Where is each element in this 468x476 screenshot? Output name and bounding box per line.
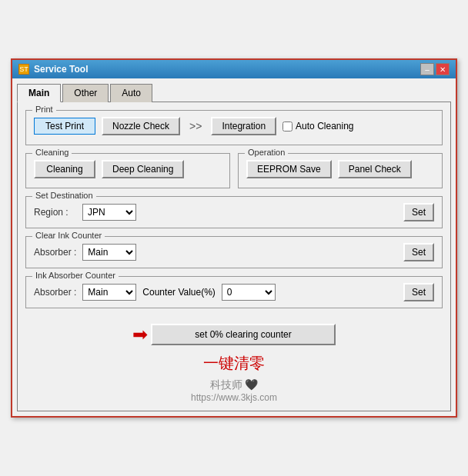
minimize-button[interactable]: – [420,63,434,75]
absorber-label-2: Absorber : [34,287,76,298]
reset-counter-button[interactable]: set 0% clearing counter [151,324,336,345]
set-destination-title: Set Destination [32,191,96,200]
cleaning-operation-row: Cleaning Cleaning Deep Cleaning Operatio… [25,153,443,188]
operation-section-title: Operation [245,148,288,157]
region-label: Region : [34,207,76,218]
red-arrow-icon: ➡ [132,324,148,345]
counter-value-select[interactable]: 0 10 20 [222,284,276,301]
set-destination-section: Set Destination Region : JPN USA EUR Set [25,196,443,228]
auto-cleaning-checkbox[interactable] [282,121,292,131]
print-section-title: Print [32,105,56,114]
window-body: Main Other Auto Print Test Print Nozzle … [12,78,456,416]
cleaning-section-title: Cleaning [32,148,72,157]
ink-absorber-form-row: Absorber : Main Sub Counter Value(%) 0 1… [34,284,276,301]
brand-watermark: 科技师 🖤 [25,378,443,392]
cleaning-buttons-row: Cleaning Deep Cleaning [34,160,222,178]
chinese-label: 一键清零 [25,353,443,374]
arrow-symbol: >> [186,120,205,132]
tab-main[interactable]: Main [17,84,61,102]
auto-cleaning-label: Auto Cleaning [296,121,353,131]
clear-ink-counter-section: Clear Ink Counter Absorber : Main Sub Se… [25,236,443,268]
cleaning-section: Cleaning Cleaning Deep Cleaning [25,153,230,188]
region-select[interactable]: JPN USA EUR [82,204,136,221]
ink-absorber-counter-title: Ink Absorber Counter [32,271,119,280]
print-section: Print Test Print Nozzle Check >> Integra… [25,110,443,145]
url-watermark: https://www.3kjs.com [25,392,443,403]
title-bar-left: ST Service Tool [18,64,88,75]
absorber-select-2[interactable]: Main Sub [82,284,136,301]
absorber-label-1: Absorber : [34,247,76,258]
test-print-button[interactable]: Test Print [34,118,95,135]
tab-bar: Main Other Auto [17,83,451,102]
ink-absorber-set-button[interactable]: Set [403,283,434,301]
ink-absorber-counter-section: Ink Absorber Counter Absorber : Main Sub… [25,276,443,308]
operation-buttons-row: EEPROM Save Panel Check [246,160,434,178]
heart-icon: 🖤 [245,378,258,391]
cleaning-button[interactable]: Cleaning [34,160,95,178]
title-buttons: – ✕ [420,63,450,75]
title-bar: ST Service Tool – ✕ [12,60,456,78]
absorber-select-1[interactable]: Main Sub [82,244,136,261]
auto-cleaning-checkbox-label[interactable]: Auto Cleaning [282,121,353,131]
tab-auto[interactable]: Auto [110,84,152,102]
counter-value-label: Counter Value(%) [142,287,216,298]
clear-ink-set-button[interactable]: Set [403,243,434,261]
eeprom-save-button[interactable]: EEPROM Save [246,160,332,178]
app-icon: ST [18,64,29,75]
panel-check-button[interactable]: Panel Check [338,160,412,178]
reset-button-row: ➡ set 0% clearing counter [25,324,443,345]
set-destination-button[interactable]: Set [403,203,434,221]
operation-section: Operation EEPROM Save Panel Check [238,153,443,188]
main-window: ST Service Tool – ✕ Main Other Auto Prin… [11,58,457,418]
integration-button[interactable]: Integration [211,117,276,135]
tab-content-main: Print Test Print Nozzle Check >> Integra… [17,102,451,411]
brand-text: 科技师 [210,378,242,391]
deep-cleaning-button[interactable]: Deep Cleaning [102,160,184,178]
close-button[interactable]: ✕ [436,63,450,75]
nozzle-check-button[interactable]: Nozzle Check [102,117,180,135]
clear-ink-counter-title: Clear Ink Counter [32,231,105,240]
window-title: Service Tool [34,64,88,75]
set-destination-form-row: Region : JPN USA EUR [34,204,136,221]
clear-ink-form-row: Absorber : Main Sub [34,244,136,261]
tab-other[interactable]: Other [62,84,109,102]
print-row: Test Print Nozzle Check >> Integration A… [34,117,434,135]
